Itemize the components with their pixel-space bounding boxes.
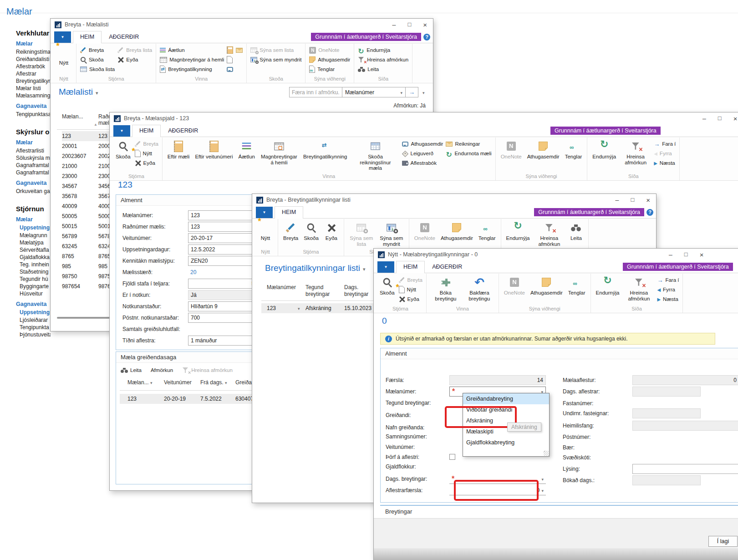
- ok-button[interactable]: Í lagi: [708, 536, 738, 547]
- minimize-button[interactable]: [702, 115, 706, 122]
- breytingatilkynning-button[interactable]: Breytingatilkynning: [160, 66, 224, 73]
- athugasemdir-button[interactable]: Athugasemdir: [525, 138, 562, 161]
- eftir-veitunumeri-button[interactable]: Eftir veitunúmeri: [193, 138, 235, 161]
- bakfaera-breytingu-button[interactable]: Bakfæra breytingu: [463, 275, 496, 302]
- column-header[interactable]: Frá dags.: [200, 379, 227, 386]
- help-icon[interactable]: [423, 34, 430, 41]
- endurnyja-button[interactable]: Endurnýja: [594, 275, 622, 297]
- column-header[interactable]: Mælan...: [127, 379, 153, 386]
- sidebar-item[interactable]: Söluskýrsla ma: [16, 154, 51, 162]
- tab-heim[interactable]: HEIM: [73, 31, 102, 43]
- magnbreytingar-button[interactable]: Magnbreytingar á hemli: [258, 138, 300, 166]
- radnumer-field[interactable]: 123: [188, 222, 257, 232]
- dropdown-option[interactable]: Gjaldflokkabreyting: [463, 437, 549, 448]
- thorf-checkbox[interactable]: [449, 454, 455, 460]
- breyta-button[interactable]: Breyta: [80, 46, 115, 54]
- kennitakn-field[interactable]: ZEN20: [188, 256, 257, 266]
- app-menu-button[interactable]: [377, 261, 394, 273]
- endurnyja-button[interactable]: Endurnýja: [504, 220, 532, 242]
- tab-adgerdir[interactable]: AÐGERÐIR: [161, 125, 205, 137]
- leita-button[interactable]: Leita: [121, 367, 142, 374]
- onenote-button[interactable]: OneNote: [309, 46, 350, 54]
- fara-i-button[interactable]: Fara í: [657, 276, 679, 284]
- close-button[interactable]: [646, 196, 650, 204]
- titlebar[interactable]: Nýtt - Mælabreytingatilkynningar - 0: [374, 249, 738, 260]
- boka-breytingu-button[interactable]: Bóka breytingu: [429, 275, 462, 302]
- tab-heim[interactable]: HEIM: [275, 206, 303, 219]
- sidebar-item[interactable]: Gagnaveita: [16, 103, 51, 109]
- afmorkun-button[interactable]: Afmörkun: [151, 367, 173, 374]
- sidebar-item[interactable]: Uppsetning: [20, 224, 51, 231]
- section-header[interactable]: Almennt: [381, 348, 738, 359]
- minimize-button[interactable]: [616, 196, 619, 204]
- sidebar-item[interactable]: Tengipunktasa: [16, 111, 51, 118]
- fyrra-button[interactable]: Fyrra: [657, 286, 679, 293]
- athugasemdir-button[interactable]: Athugasemdir: [528, 275, 565, 297]
- breytingatilkynning-button[interactable]: Breytingatilkynning: [301, 138, 350, 161]
- help-icon[interactable]: [646, 209, 653, 216]
- syna-sem-myndrit-button[interactable]: Sýna sem myndrit: [377, 220, 406, 248]
- sidebar-item[interactable]: Þjónustuveitandi: [20, 331, 51, 338]
- minimize-button[interactable]: [392, 21, 396, 29]
- tenglar-button[interactable]: Tenglar: [563, 138, 585, 161]
- sidebar-item[interactable]: Mælagrunn: [20, 232, 51, 239]
- breyta-lista-button[interactable]: Breyta lista: [117, 46, 152, 54]
- mail-icon-button[interactable]: [236, 46, 243, 54]
- tenglar-button[interactable]: Tenglar: [476, 220, 498, 242]
- reikningar-button[interactable]: Reikningar: [446, 140, 491, 148]
- sidebar-item[interactable]: Sérverðtafla: [20, 246, 51, 254]
- postnr-field[interactable]: 700: [188, 313, 257, 323]
- breyta-button[interactable]: Breyta: [135, 140, 158, 148]
- sidebar-item[interactable]: Tegundir hú: [20, 275, 51, 283]
- list-page-title[interactable]: Mælalisti: [59, 87, 98, 97]
- notkunarstadur-field[interactable]: Hlíðartún 9: [188, 301, 257, 311]
- resize-grip[interactable]: [544, 451, 549, 456]
- aaetlun-button[interactable]: Áætlun: [160, 46, 224, 54]
- tab-adgerdir[interactable]: AÐGERÐIR: [102, 31, 146, 43]
- tab-heim[interactable]: HEIM: [132, 125, 161, 137]
- sidebar-item[interactable]: Teg. innhein: [20, 261, 51, 268]
- app-menu-button[interactable]: [113, 125, 130, 137]
- sidebar-item[interactable]: Mælar listi: [16, 85, 51, 92]
- column-header[interactable]: Veitunúmer: [164, 379, 192, 386]
- maximize-button[interactable]: [684, 251, 688, 259]
- hreinsa-afmorkun-button[interactable]: Hreinsa afmörkun: [358, 56, 408, 63]
- document-icon-button[interactable]: [227, 56, 233, 63]
- chevron-down-icon[interactable]: [541, 476, 544, 482]
- sidebar-item[interactable]: Mælar: [16, 41, 51, 47]
- tab-heim[interactable]: HEIM: [396, 261, 425, 273]
- nytt-button[interactable]: Nýtt: [135, 150, 158, 157]
- sidebar-item[interactable]: Breytingatilkyn: [16, 77, 51, 85]
- eyda-button[interactable]: Eyða: [399, 295, 422, 303]
- skoda-button[interactable]: Skoða: [301, 220, 321, 242]
- syna-sem-lista-button[interactable]: Sýna sem lista: [347, 220, 376, 248]
- hreinsa-afmorkun-button[interactable]: Hreinsa afmörkun: [622, 275, 655, 302]
- sidebar-item[interactable]: Uppsetning: [20, 309, 51, 316]
- dropdown-option[interactable]: Greiðandabreyting: [463, 393, 549, 404]
- naesta-button[interactable]: Næsta: [657, 295, 679, 303]
- chevron-down-icon[interactable]: [96, 87, 98, 97]
- sidebar-item[interactable]: Aflestrarlisti: [16, 147, 51, 154]
- naesta-button[interactable]: Næsta: [654, 159, 676, 167]
- maximize-button[interactable]: [631, 196, 634, 204]
- nytt-button[interactable]: Nýtt: [399, 286, 422, 293]
- hreinsa-afmorkun-button[interactable]: Hreinsa afmörkun: [619, 138, 652, 166]
- breyta-button[interactable]: Breyta: [399, 276, 422, 284]
- sidebar-item[interactable]: Gagnaveita: [16, 180, 51, 186]
- skoda-reikningslinur-button[interactable]: Skoða reikningslínur mæla: [350, 138, 400, 172]
- onenote-button[interactable]: OneNote: [502, 275, 527, 297]
- syna-sem-myndrit-button[interactable]: Sýna sem myndrit: [250, 56, 301, 63]
- maelisstaerd-link[interactable]: 20: [190, 267, 196, 277]
- er-i-notkun-select[interactable]: Já: [188, 290, 257, 300]
- syna-sem-lista-button[interactable]: Sýna sem lista: [250, 46, 301, 54]
- close-button[interactable]: [700, 251, 704, 259]
- athugasemdir-button[interactable]: Athugasemdir: [309, 56, 350, 63]
- onenote-button[interactable]: OneNote: [499, 138, 524, 161]
- breyta-button[interactable]: Breyta: [281, 220, 300, 242]
- comment-icon-button[interactable]: [227, 66, 233, 73]
- chevron-down-icon[interactable]: [298, 305, 300, 311]
- sidebar-item[interactable]: Mælatýpa: [20, 239, 51, 246]
- titlebar[interactable]: Breyta - Mælalisti: [51, 19, 433, 31]
- sidebar-item[interactable]: Tengipunkta: [20, 324, 51, 331]
- endurnyja-button[interactable]: Endurnýja: [590, 138, 618, 161]
